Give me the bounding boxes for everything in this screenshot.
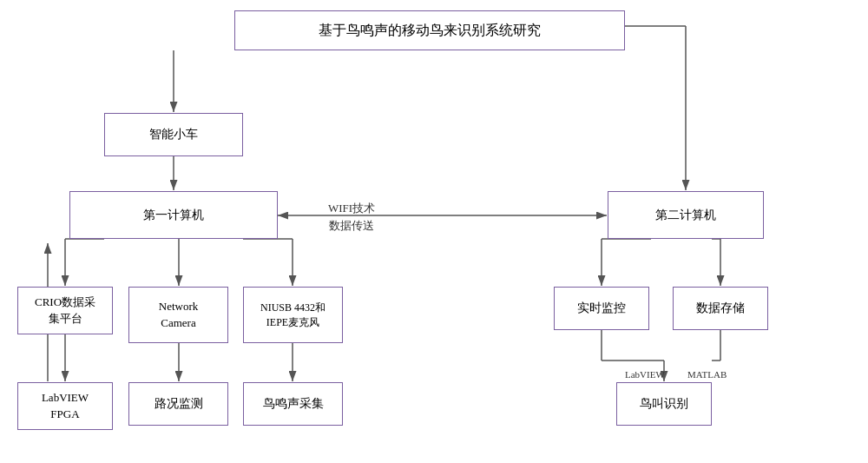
car-node: 智能小车 [104, 113, 243, 156]
crio-node: CRIO数据采集平台 [17, 287, 113, 334]
labview-fpga-node: LabVIEWFPGA [17, 382, 113, 430]
datastorage-node: 数据存储 [673, 287, 768, 330]
niusb-label: NIUSB 4432和IEPE麦克风 [260, 301, 326, 330]
road-label: 路况监测 [155, 395, 203, 413]
niusb-node: NIUSB 4432和IEPE麦克风 [243, 287, 343, 343]
matlab-text: MATLAB [687, 369, 727, 380]
camera-node: NetworkCamera [128, 287, 228, 343]
labview-label: LabVIEW [625, 369, 665, 380]
pc2-node: 第二计算机 [608, 191, 764, 239]
labview-text: LabVIEW [625, 369, 665, 380]
camera-label: NetworkCamera [159, 299, 199, 330]
pc1-label: 第一计算机 [143, 207, 204, 224]
car-label: 智能小车 [149, 126, 198, 143]
wifi-text: WIFI技术数据传送 [328, 202, 375, 232]
bird-id-node: 鸟叫识别 [616, 382, 712, 426]
labview-fpga-label: LabVIEWFPGA [42, 390, 89, 421]
pc2-label: 第二计算机 [655, 207, 716, 224]
bird-collect-label: 鸟鸣声采集 [263, 395, 324, 413]
crio-label: CRIO数据采集平台 [35, 294, 95, 326]
pc1-node: 第一计算机 [69, 191, 278, 239]
realtime-node: 实时监控 [554, 287, 649, 330]
diagram-container: 基于鸟鸣声的移动鸟来识别系统研究 智能小车 第一计算机 第二计算机 CRIO数据… [0, 0, 868, 463]
title-node: 基于鸟鸣声的移动鸟来识别系统研究 [234, 10, 625, 50]
bird-id-label: 鸟叫识别 [640, 395, 688, 413]
title-text: 基于鸟鸣声的移动鸟来识别系统研究 [319, 21, 541, 40]
datastorage-label: 数据存储 [696, 300, 745, 317]
bird-collect-node: 鸟鸣声采集 [243, 382, 343, 426]
realtime-label: 实时监控 [577, 300, 626, 317]
matlab-label: MATLAB [687, 369, 727, 380]
wifi-label: WIFI技术数据传送 [328, 200, 375, 234]
road-node: 路况监测 [128, 382, 228, 426]
